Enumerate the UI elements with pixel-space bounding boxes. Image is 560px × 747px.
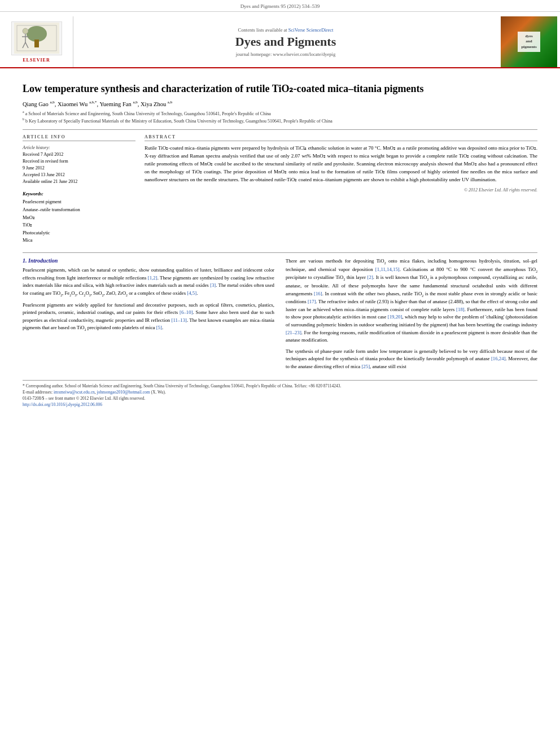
intro-para2: Pearlescent pigments are widely applied … [23,302,274,333]
intro-section-title: 1. Introduction [23,257,274,264]
journal-center-info: Contents lists available at SciVerse Sci… [73,16,498,67]
elsevier-tree-logo [11,21,62,55]
journal-ref-bar: Dyes and Pigments 95 (2012) 534–539 [0,0,560,12]
body-section: 1. Introduction Pearlescent pigments, wh… [23,252,537,374]
affiliation-b: b b Key Laboratory of Specially Function… [23,117,537,124]
copyright-line: © 2012 Elsevier Ltd. All rights reserved… [145,187,537,193]
paper-content: Low temperature synthesis and characteri… [0,68,560,414]
journal-cover-image: dyesandpigments [498,16,560,67]
journal-ref: Dyes and Pigments 95 (2012) 534–539 [240,3,320,9]
email-1[interactable]: imxmeiwu@scut.edu.cn [54,390,95,395]
right-para1: There are various methods for depositing… [286,257,537,344]
keyword-1: Pearlescent pigment [23,198,135,206]
issn-line: 0143-7208/$ – see front matter © 2012 El… [23,395,537,401]
abstract-text: Rutile TiO₂-coated mica–titania pigments… [145,145,537,184]
keyword-6: Mica [23,237,135,244]
intro-para1: Pearlescent pigments, which can be natur… [23,267,274,298]
body-left-col: 1. Introduction Pearlescent pigments, wh… [23,257,274,374]
article-info-header: ARTICLE INFO [23,134,135,141]
paper-title: Low temperature synthesis and characteri… [23,82,537,95]
cover-logo-text: dyesandpigments [518,32,540,51]
svg-rect-3 [34,40,39,47]
affiliations: a a School of Materials Science and Engi… [23,110,537,124]
abstract-header: ABSTRACT [145,134,537,141]
body-right-col: There are various methods for depositing… [286,257,537,374]
elsevier-logo-area: ELSEVIER [0,16,73,67]
abstract-col: ABSTRACT Rutile TiO₂-coated mica–titania… [145,134,537,244]
keyword-5: Photocatalytic [23,229,135,237]
keyword-3: MnO₂ [23,214,135,222]
sciverse-link[interactable]: SciVerse ScienceDirect [288,27,334,33]
keywords-section: Keywords: Pearlescent pigment Anatase–ru… [23,191,135,244]
cover-art: dyesandpigments [501,16,557,67]
keyword-2: Anatase–rutile transformation [23,206,135,214]
doi-link[interactable]: http://dx.doi.org/10.1016/j.dyepig.2012.… [23,402,102,407]
footnote-area: * Corresponding author. School of Materi… [23,380,537,408]
keywords-list: Pearlescent pigment Anatase–rutile trans… [23,198,135,244]
affiliation-a: a a School of Materials Science and Engi… [23,110,537,117]
info-abstract-section: ARTICLE INFO Article history: Received 7… [23,129,537,244]
authors-line: Qiang Gao a,b, Xiaomei Wu a,b,*, Yueming… [23,100,537,107]
article-history: Article history: Received 7 April 2012 R… [23,145,135,185]
journal-header: ELSEVIER Contents lists available at Sci… [0,12,560,68]
journal-title: Dyes and Pigments [235,34,336,49]
body-columns: 1. Introduction Pearlescent pigments, wh… [23,257,537,374]
elsevier-label: ELSEVIER [23,58,50,63]
svg-point-4 [23,28,28,34]
sciverse-line: Contents lists available at SciVerse Sci… [238,27,334,33]
email-2[interactable]: johnsongao2010@hotmail.com [97,390,150,395]
journal-homepage: journal homepage: www.elsevier.com/locat… [236,51,335,57]
right-para2: The synthesis of phase-pure rutile form … [286,348,537,371]
doi-line: http://dx.doi.org/10.1016/j.dyepig.2012.… [23,401,537,408]
svg-point-2 [27,26,47,42]
keyword-4: TiO₂ [23,221,135,229]
corresponding-note: * Corresponding author. School of Materi… [23,383,537,389]
email-note: E-mail addresses: imxmeiwu@scut.edu.cn, … [23,389,537,395]
article-info-col: ARTICLE INFO Article history: Received 7… [23,134,135,244]
